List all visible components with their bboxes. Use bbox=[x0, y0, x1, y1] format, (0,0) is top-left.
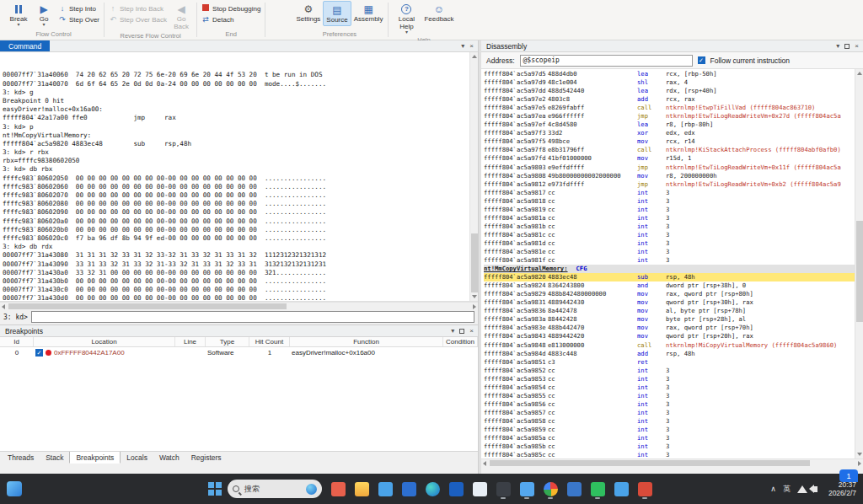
scrollbar-thumb[interactable] bbox=[490, 460, 810, 466]
widgets-icon[interactable] bbox=[7, 481, 22, 496]
instruction-operands: 3 bbox=[666, 409, 855, 417]
start-button[interactable] bbox=[208, 482, 222, 496]
taskbar-app-14-icon[interactable] bbox=[635, 478, 655, 500]
taskbar-search[interactable]: 搜索 bbox=[228, 480, 322, 498]
instruction-operands: rax, qword ptr [rsp+80h] bbox=[666, 290, 855, 298]
instruction-operands: rcx, r14 bbox=[666, 137, 855, 146]
source-button[interactable]: ▤ Source bbox=[323, 1, 351, 26]
scrollbar-thumb[interactable] bbox=[471, 233, 478, 292]
taskbar-app-4-icon[interactable] bbox=[399, 478, 419, 500]
taskbar-app-12-icon[interactable] bbox=[587, 478, 608, 500]
close-icon[interactable]: × bbox=[855, 42, 859, 50]
instruction-address: fffff804`ac5a9858 bbox=[484, 417, 548, 426]
edge-browser-icon[interactable] bbox=[422, 478, 442, 500]
scroll-down-arrow[interactable] bbox=[472, 295, 477, 298]
settings-button[interactable]: ⚙ Settings bbox=[293, 1, 323, 24]
breakpoints-column-header[interactable]: Hit Count bbox=[249, 337, 290, 346]
wifi-icon[interactable] bbox=[797, 485, 807, 493]
float-icon[interactable] bbox=[459, 329, 464, 334]
scroll-right-arrow[interactable] bbox=[858, 461, 861, 466]
scrollbar-thumb[interactable] bbox=[8, 303, 287, 309]
breakpoint-enabled-checkbox[interactable]: ✓ bbox=[35, 349, 43, 357]
scrollbar-thumb[interactable] bbox=[856, 221, 863, 322]
tray-chevron-icon[interactable]: ∧ bbox=[770, 485, 776, 493]
instruction-mnemonic: lea bbox=[637, 121, 666, 129]
assembly-button[interactable]: ▦ Assembly bbox=[351, 1, 386, 24]
step-over-button[interactable]: ↷ Step Over bbox=[56, 15, 101, 24]
taskbar-app-9-icon[interactable] bbox=[517, 478, 537, 500]
command-output[interactable]: 00007ff7`31a40060 74 20 62 65 20 72 75 6… bbox=[0, 52, 478, 302]
notification-badge[interactable]: 1 bbox=[839, 469, 858, 482]
instruction-bytes: 41bf01000000 bbox=[548, 154, 637, 163]
instruction-mnemonic: int bbox=[637, 248, 666, 256]
go-back-button[interactable]: ◀ Go Back bbox=[169, 1, 194, 32]
chevron-down-icon[interactable]: ▾ bbox=[451, 327, 454, 335]
breakpoints-column-header[interactable]: Location bbox=[34, 337, 175, 346]
address-input[interactable]: @$scopeip bbox=[520, 55, 693, 67]
detach-button[interactable]: ⇄ Detach bbox=[200, 15, 262, 24]
follow-current-instruction-checkbox[interactable]: ✓ bbox=[698, 56, 705, 64]
command-horizontal-scrollbar[interactable] bbox=[0, 302, 478, 309]
command-input[interactable] bbox=[31, 311, 474, 323]
breakpoints-column-header[interactable]: Condition bbox=[443, 337, 478, 346]
command-panel-tab[interactable]: Command bbox=[0, 40, 50, 51]
chevron-down-icon[interactable]: ▾ bbox=[461, 42, 464, 50]
scroll-up-arrow[interactable] bbox=[857, 72, 862, 75]
taskbar-app-11-icon[interactable] bbox=[564, 478, 584, 500]
instruction-bytes: cc bbox=[548, 383, 637, 392]
volume-icon[interactable] bbox=[814, 486, 817, 492]
close-icon[interactable]: × bbox=[469, 42, 474, 50]
taskbar-app-3-icon[interactable] bbox=[375, 478, 395, 500]
breakpoints-column-header[interactable]: Function bbox=[290, 337, 443, 346]
breakpoint-row[interactable]: 0✓0xFFFFF80442A17A00Software1easyDriver!… bbox=[0, 347, 478, 357]
instruction-mnemonic: int bbox=[637, 367, 666, 375]
feedback-button[interactable]: ☺ Feedback bbox=[421, 1, 456, 24]
taskbar-app-7-icon[interactable] bbox=[469, 478, 490, 500]
file-explorer-icon[interactable] bbox=[351, 478, 372, 500]
scroll-left-arrow[interactable] bbox=[483, 461, 486, 466]
break-button[interactable]: Break ▾ bbox=[6, 1, 31, 29]
disassembly-listing[interactable]: fffff804`ac5a97d5488d4db0learcx, [rbp-50… bbox=[481, 69, 855, 458]
scroll-down-arrow[interactable] bbox=[857, 453, 862, 456]
scroll-right-arrow[interactable] bbox=[473, 304, 476, 309]
tab-breakpoints[interactable]: Breakpoints bbox=[69, 452, 121, 464]
taskbar-app-8-icon[interactable] bbox=[493, 478, 513, 500]
breakpoints-column-header[interactable]: Id bbox=[0, 337, 34, 346]
instruction-mnemonic: mov bbox=[637, 315, 666, 324]
scroll-up-arrow[interactable] bbox=[472, 55, 477, 58]
go-button[interactable]: ▶ Go ▾ bbox=[31, 1, 56, 29]
tab-locals[interactable]: Locals bbox=[121, 452, 153, 464]
ime-language-indicator[interactable]: 英 bbox=[783, 484, 791, 495]
instruction-address: fffff804`ac5a985b bbox=[484, 442, 548, 451]
taskbar: 搜索 ∧ 英 20:37 2026/2/7 bbox=[0, 474, 863, 504]
stop-debugging-button[interactable]: Stop Debugging bbox=[200, 4, 262, 13]
instruction-operands: 3 bbox=[666, 248, 855, 256]
step-over-back-button[interactable]: ↶ Step Over Back bbox=[107, 15, 169, 24]
instruction-address: fffff804`ac5a97ef bbox=[484, 121, 548, 129]
tab-watch[interactable]: Watch bbox=[153, 452, 185, 464]
taskbar-app-1-icon[interactable] bbox=[328, 478, 348, 500]
taskbar-app-6-icon[interactable] bbox=[446, 478, 466, 500]
taskbar-clock[interactable]: 20:37 2026/2/7 bbox=[828, 480, 856, 497]
taskbar-app-10-icon[interactable] bbox=[540, 478, 560, 500]
scroll-left-arrow[interactable] bbox=[2, 304, 5, 309]
disassembly-line: fffff804`ac5a981fccint3 bbox=[484, 256, 855, 265]
disassembly-horizontal-scrollbar[interactable] bbox=[481, 458, 863, 466]
step-into-back-button[interactable]: ↑ Step Into Back bbox=[107, 4, 169, 13]
chevron-down-icon[interactable]: ▾ bbox=[836, 42, 839, 50]
close-icon[interactable]: × bbox=[469, 327, 474, 335]
instruction-mnemonic: call bbox=[637, 146, 666, 154]
step-into-button[interactable]: ↓ Step Into bbox=[56, 4, 101, 13]
taskbar-app-13-icon[interactable] bbox=[611, 478, 631, 500]
tab-stack[interactable]: Stack bbox=[40, 452, 69, 464]
local-help-button[interactable]: ? Local Help ▾ bbox=[391, 1, 421, 36]
tab-registers[interactable]: Registers bbox=[185, 452, 228, 464]
tab-threads[interactable]: Threads bbox=[2, 452, 40, 464]
instruction-address: fffff804`ac5a97f5 bbox=[484, 137, 548, 146]
float-icon[interactable] bbox=[844, 44, 850, 49]
instruction-bytes: cc bbox=[548, 367, 637, 375]
breakpoints-column-header[interactable]: Line bbox=[175, 337, 206, 346]
command-vertical-scrollbar[interactable] bbox=[469, 52, 478, 301]
breakpoints-column-header[interactable]: Type bbox=[206, 337, 249, 346]
disassembly-vertical-scrollbar[interactable] bbox=[855, 69, 863, 458]
